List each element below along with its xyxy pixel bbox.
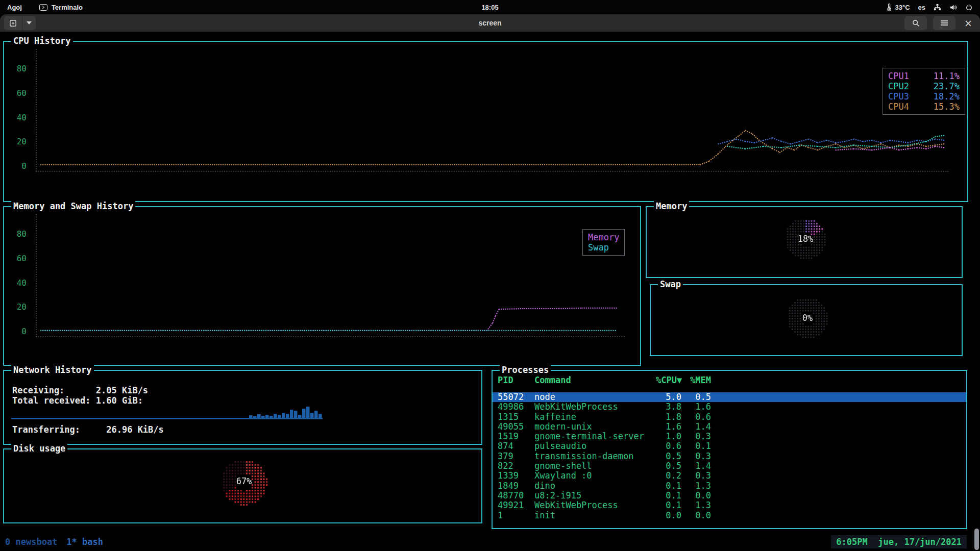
- process-cell: 0.5: [656, 461, 681, 471]
- y-axis-tick: 60: [7, 254, 27, 263]
- clock[interactable]: 18:05: [0, 4, 980, 11]
- network-total-received: Total received: 1.60 GiB:: [12, 395, 143, 406]
- process-cell: 49055: [498, 422, 534, 432]
- process-cell: pulseaudio: [534, 441, 656, 451]
- cpu-legend-name: CPU3: [888, 91, 909, 102]
- search-icon: [912, 19, 920, 27]
- cpu-legend-name: CPU1: [888, 71, 909, 81]
- cpu-legend-row: CPU415.3%: [888, 102, 960, 112]
- process-cell: 3.8: [656, 402, 681, 412]
- swap-percent: 0%: [802, 313, 813, 323]
- swap-panel: Swap 0%: [650, 284, 963, 356]
- process-cell: transmission-daemon: [534, 452, 656, 461]
- process-row[interactable]: 1849dino0.11.3: [493, 481, 966, 491]
- process-row[interactable]: 1315kaffeine1.80.6: [493, 412, 966, 422]
- process-cell: gnome-shell: [534, 461, 656, 471]
- disk-percent: 67%: [236, 476, 252, 486]
- menu-button[interactable]: [933, 16, 955, 30]
- y-axis-tick: 80: [7, 64, 27, 73]
- process-cell: WebKitWebProcess: [534, 402, 656, 412]
- thermometer-icon: [885, 4, 893, 11]
- temperature-indicator: 33°C: [885, 4, 910, 11]
- process-cell: 0.3: [681, 452, 711, 461]
- col-cpu[interactable]: %CPU▼: [656, 375, 681, 385]
- process-cell: 49986: [498, 402, 534, 412]
- memory-panel: Memory 18%: [646, 206, 963, 278]
- cpu-legend-name: CPU4: [888, 102, 909, 112]
- new-tab-dropdown-button[interactable]: [22, 16, 36, 30]
- process-cell: 1.3: [681, 500, 711, 510]
- process-row[interactable]: 55072node5.00.5: [493, 392, 966, 402]
- process-row[interactable]: 874pulseaudio0.60.1: [493, 441, 966, 451]
- process-row[interactable]: 1339Xwayland :00.20.3: [493, 471, 966, 481]
- memory-swap-graph: [31, 211, 641, 363]
- process-cell: kaffeine: [534, 412, 656, 422]
- y-axis-tick: 0: [7, 327, 27, 336]
- new-tab-button[interactable]: [4, 16, 22, 30]
- process-cell: 1.6: [681, 402, 711, 412]
- process-row[interactable]: 49921WebKitWebProcess0.11.3: [493, 500, 966, 510]
- screen-clock-date: 6:05PM jue, 17/jun/2021: [831, 535, 967, 548]
- process-cell: dino: [534, 481, 656, 491]
- search-button[interactable]: [904, 16, 927, 30]
- y-axis-tick: 60: [7, 88, 27, 98]
- process-cell: init: [534, 511, 656, 520]
- memory-percent: 18%: [798, 234, 814, 244]
- process-cell: 0.0: [656, 511, 681, 520]
- process-row[interactable]: 1519gnome-terminal-server1.00.3: [493, 432, 966, 441]
- memory-swap-history-panel: Memory and Swap History 806040200 Memory…: [3, 206, 641, 366]
- cpu-legend-value: 18.2%: [934, 91, 960, 102]
- y-axis-tick: 0: [7, 161, 27, 171]
- cpu-legend-row: CPU318.2%: [888, 91, 960, 102]
- cpu-legend-value: 15.3%: [934, 102, 960, 112]
- close-button[interactable]: ×: [962, 16, 975, 30]
- col-pid[interactable]: PID: [498, 375, 534, 385]
- process-cell: modern-unix: [534, 422, 656, 432]
- screen-window-item[interactable]: 0 newsboat: [5, 537, 57, 547]
- window-title: screen: [0, 19, 980, 27]
- col-mem[interactable]: %MEM: [681, 375, 711, 385]
- col-command[interactable]: Command: [534, 375, 656, 385]
- process-row[interactable]: 49986WebKitWebProcess3.81.6: [493, 402, 966, 412]
- screen-window-item[interactable]: 1* bash: [66, 537, 103, 547]
- y-axis-tick: 80: [7, 229, 27, 239]
- process-cell: 1849: [498, 481, 534, 491]
- volume-icon[interactable]: [949, 4, 957, 11]
- keyboard-layout[interactable]: es: [918, 4, 925, 11]
- process-cell: 1339: [498, 471, 534, 481]
- screen-windows: 0 newsboat1* bash: [5, 537, 103, 547]
- process-cell: 1315: [498, 412, 534, 422]
- terminal-headerbar: screen ×: [0, 14, 980, 32]
- process-row[interactable]: 48770u8:2-i9150.10.0: [493, 491, 966, 500]
- process-cell: 0.1: [656, 500, 681, 510]
- network-history-title: Network History: [11, 365, 94, 375]
- memory-title: Memory: [654, 201, 689, 211]
- process-cell: 1.8: [656, 412, 681, 422]
- hamburger-icon: [941, 20, 948, 26]
- process-cell: 0.1: [656, 491, 681, 500]
- process-cell: 49921: [498, 500, 534, 510]
- process-row[interactable]: 49055modern-unix1.61.4: [493, 422, 966, 432]
- disk-usage-panel: Disk usage 67%: [3, 448, 482, 523]
- cpu-legend-row: CPU111.1%: [888, 71, 960, 81]
- process-cell: gnome-terminal-server: [534, 432, 656, 441]
- processes-panel: Processes PID Command %CPU▼ %MEM 55072no…: [492, 370, 967, 529]
- process-row[interactable]: 1init0.00.0: [493, 511, 966, 520]
- power-icon[interactable]: [965, 4, 973, 11]
- new-tab-icon: [9, 19, 17, 27]
- process-cell: 0.0: [681, 511, 711, 520]
- network-icon[interactable]: [934, 4, 941, 11]
- memswap-legend-row: Memory: [588, 232, 619, 242]
- terminal-screen: CPU History 806040200 CPU111.1%CPU223.7%…: [0, 32, 980, 551]
- process-cell: WebKitWebProcess: [534, 500, 656, 510]
- cpu-legend: CPU111.1%CPU223.7%CPU318.2%CPU415.3%: [883, 68, 965, 115]
- process-cell: 1519: [498, 432, 534, 441]
- y-axis-tick: 20: [7, 137, 27, 146]
- process-table-header[interactable]: PID Command %CPU▼ %MEM: [493, 375, 966, 385]
- y-axis-tick: 20: [7, 302, 27, 312]
- scrollbar-thumb[interactable]: [974, 529, 979, 550]
- y-axis-tick: 40: [7, 278, 27, 288]
- process-row[interactable]: 379transmission-daemon0.50.3: [493, 452, 966, 461]
- process-row[interactable]: 822gnome-shell0.51.4: [493, 461, 966, 471]
- processes-title: Processes: [500, 365, 551, 375]
